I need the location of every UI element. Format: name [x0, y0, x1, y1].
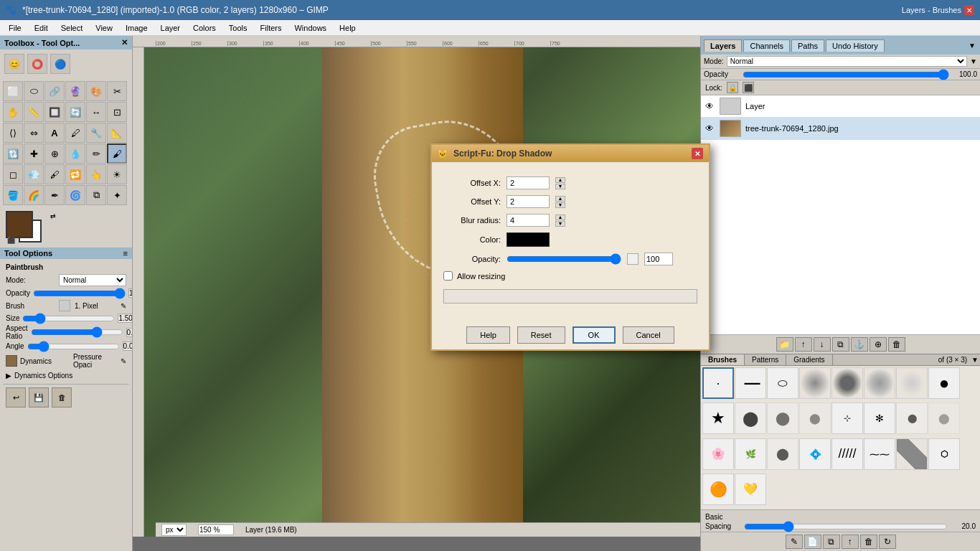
offset-x-input[interactable]: 2	[507, 176, 550, 189]
brush-item[interactable]: ★	[702, 402, 734, 434]
delete-options-icon[interactable]: 🗑	[52, 387, 72, 408]
tool-paths[interactable]: 🖊	[65, 123, 85, 143]
tool-extra[interactable]: ✦	[107, 185, 127, 205]
tool-flip[interactable]: ⇔	[24, 123, 44, 143]
tool-color-picker[interactable]: 🔧	[86, 123, 106, 143]
layer-item[interactable]: 👁 Layer	[701, 95, 980, 118]
brush-item[interactable]: ⁓⁓	[864, 438, 895, 470]
brush-item[interactable]	[896, 438, 928, 470]
menu-windows[interactable]: Windows	[288, 22, 332, 34]
brush-item[interactable]: 🌿	[735, 438, 766, 470]
tool-circle[interactable]: 🔵	[50, 54, 70, 74]
brush-item[interactable]: ⬤	[767, 438, 798, 470]
menu-file[interactable]: File	[3, 22, 27, 34]
blur-up[interactable]: ▲	[555, 215, 565, 220]
menu-filters[interactable]: Filters	[255, 22, 288, 34]
spacing-slider[interactable]	[744, 523, 948, 530]
lower-layer-btn[interactable]: ↓	[814, 337, 831, 352]
brush-item[interactable]: ⬤	[928, 402, 960, 434]
delete-layer-btn[interactable]: 🗑	[888, 337, 905, 352]
tab-patterns[interactable]: Patterns	[745, 354, 786, 365]
opacity-value-input[interactable]	[644, 253, 673, 265]
tool-pencil[interactable]: ✏	[86, 143, 106, 164]
tool-warp[interactable]: 🌀	[65, 185, 85, 205]
tool-options-close[interactable]: ≡	[123, 249, 128, 258]
export-brush-btn[interactable]: ↑	[842, 534, 859, 549]
tool-rectangle-select[interactable]: ⬜	[3, 81, 23, 101]
lock-alpha-icon[interactable]: ⬛	[743, 82, 754, 93]
menu-view[interactable]: View	[90, 22, 118, 34]
menu-image[interactable]: Image	[120, 22, 154, 34]
zoom-input[interactable]	[198, 524, 234, 535]
brush-item[interactable]: ⬤	[799, 402, 831, 434]
brush-item[interactable]	[799, 367, 831, 399]
tool-free-transform[interactable]: ⧉	[86, 185, 106, 205]
opacity-slider[interactable]	[507, 253, 621, 265]
layer-item[interactable]: 👁 tree-trunk-70694_1280.jpg	[701, 118, 980, 140]
tab-undo-history[interactable]: Undo History	[826, 39, 885, 52]
tool-smudge[interactable]: 👆	[86, 164, 106, 184]
tool-scale[interactable]: ↔	[86, 102, 106, 122]
lock-position-icon[interactable]: 🔒	[727, 82, 738, 93]
tool-by-color-select[interactable]: 🎨	[86, 81, 106, 101]
fg-color-swatch[interactable]	[6, 211, 33, 238]
tool-shear[interactable]: ⊡	[107, 102, 127, 122]
brush-item[interactable]: ⬤	[735, 402, 766, 434]
tool-ink[interactable]: 🖋	[44, 164, 65, 184]
tab-channels[interactable]: Channels	[743, 39, 789, 52]
menu-edit[interactable]: Edit	[29, 22, 54, 34]
refresh-brushes-btn[interactable]: ✎	[786, 534, 803, 549]
brush-item[interactable]: 💠	[799, 438, 831, 470]
brush-item[interactable]: 🟠	[702, 474, 734, 505]
brush-item[interactable]	[896, 367, 928, 399]
tool-clone[interactable]: 🔃	[3, 143, 23, 164]
offset-y-up[interactable]: ▲	[555, 196, 565, 202]
cancel-button[interactable]: Cancel	[623, 326, 674, 344]
tool-move[interactable]: ✋	[3, 102, 23, 122]
offset-x-up[interactable]: ▲	[555, 177, 565, 183]
tool-perspective[interactable]: ⟨⟩	[3, 123, 23, 143]
reset-button[interactable]: Reset	[517, 326, 565, 344]
tool-crop[interactable]: 🔲	[44, 102, 65, 122]
tab-layers[interactable]: Layers	[704, 39, 742, 52]
brush-settings-btn[interactable]: ↻	[879, 534, 896, 549]
size-slider[interactable]	[22, 314, 115, 323]
aspect-slider[interactable]	[31, 328, 123, 336]
close-button[interactable]: ✕	[964, 5, 974, 15]
swap-colors-icon[interactable]: ⇄	[50, 212, 56, 220]
color-swatch[interactable]	[507, 232, 550, 247]
brush-item[interactable]: —	[735, 367, 766, 399]
allow-resize-checkbox[interactable]	[443, 271, 453, 281]
offset-y-down[interactable]: ▼	[555, 202, 565, 208]
panel-menu-icon[interactable]: ▼	[967, 40, 977, 51]
offset-y-input[interactable]	[507, 195, 550, 208]
tool-clone2[interactable]: 🔁	[65, 164, 85, 184]
mode-select[interactable]: Normal	[59, 274, 126, 286]
layer-visibility-toggle[interactable]: 👁	[704, 123, 715, 134]
raise-layer-btn[interactable]: ↑	[795, 337, 812, 352]
merge-layers-btn[interactable]: ⊕	[870, 337, 887, 352]
blur-down[interactable]: ▼	[555, 221, 565, 227]
tool-perspective-clone[interactable]: ⊕	[44, 143, 65, 164]
tool-pencil2[interactable]: ✒	[44, 185, 65, 205]
tool-paintbrush[interactable]: 🖌	[107, 143, 127, 164]
brush-item[interactable]: ⬤	[896, 402, 928, 434]
brush-item[interactable]: 🌸	[702, 438, 734, 470]
brush-item[interactable]: ⬡	[928, 438, 960, 470]
brush-item[interactable]: /////	[831, 438, 863, 470]
brush-item[interactable]: ⬤	[767, 402, 798, 434]
angle-slider[interactable]	[27, 342, 120, 351]
duplicate-layer-btn[interactable]: ⧉	[832, 337, 849, 352]
tool-text[interactable]: A	[44, 123, 65, 143]
edit-brush-icon[interactable]: ✎	[121, 302, 126, 310]
menu-help[interactable]: Help	[334, 22, 362, 34]
brush-item[interactable]: 💛	[735, 474, 766, 505]
anchor-layer-btn[interactable]: ⚓	[851, 337, 868, 352]
menu-colors[interactable]: Colors	[187, 22, 222, 34]
edit-dynamics-icon[interactable]: ✎	[121, 357, 126, 365]
toolbox-close[interactable]: ✕	[121, 38, 128, 47]
brush-item[interactable]: ✻	[864, 402, 895, 434]
tool-bucket-fill[interactable]: 🪣	[3, 185, 23, 205]
expand-icon[interactable]: ▼	[970, 57, 977, 65]
brush-item[interactable]	[864, 367, 895, 399]
